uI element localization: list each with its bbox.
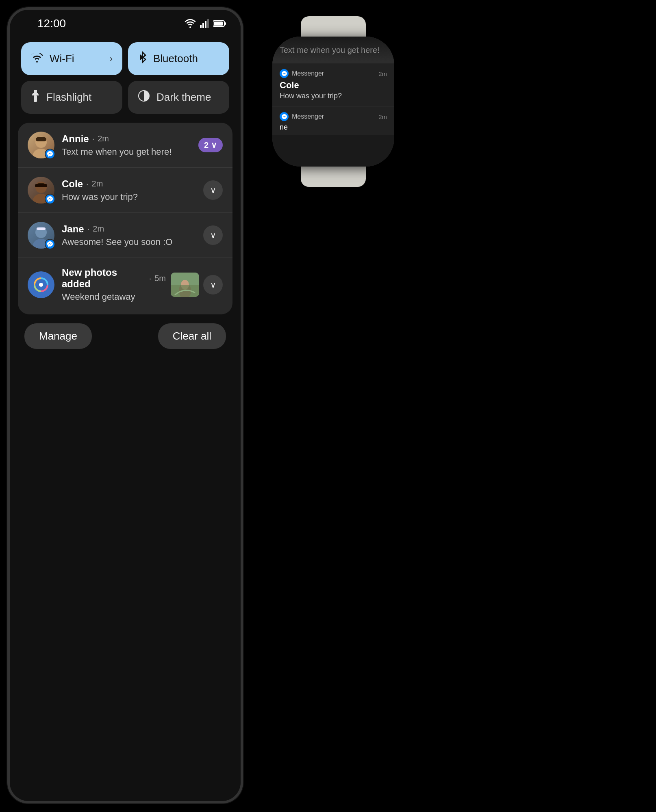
clear-all-button[interactable]: Clear all: [158, 323, 226, 349]
flashlight-tile-icon: [31, 90, 40, 105]
annie-notif-content: Annie · 2m Text me when you get here!: [62, 133, 193, 157]
bluetooth-tile-label: Bluetooth: [153, 52, 198, 65]
wifi-arrow-icon: ›: [110, 54, 113, 64]
cole-avatar-wrap: [28, 177, 54, 204]
annie-count: 2: [204, 141, 209, 150]
watch-notif-3: Messenger 2m ne: [272, 106, 394, 135]
cole-notif-content: Cole · 2m How was your trip?: [62, 178, 198, 202]
watch-notif-1-message: Text me when you get here!: [280, 45, 387, 56]
cole-message: How was your trip?: [62, 192, 198, 202]
svg-rect-6: [225, 22, 226, 25]
manage-button[interactable]: Manage: [24, 323, 92, 349]
flashlight-tile[interactable]: Flashlight: [21, 81, 122, 114]
svg-rect-19: [37, 227, 46, 230]
svg-rect-0: [200, 25, 202, 28]
quick-tiles: Wi-Fi › Bluetooth: [10, 34, 241, 119]
watch-messenger-icon-3: [280, 112, 289, 121]
svg-rect-1: [202, 23, 204, 28]
svg-rect-9: [34, 95, 37, 102]
jane-notif-header: Jane · 2m: [62, 223, 198, 235]
battery-icon: [213, 20, 226, 27]
bottom-buttons: Manage Clear all: [10, 314, 241, 357]
watch-notif-3-time: 2m: [378, 113, 387, 120]
photos-notif-content: New photos added · 5m Weekend getaway: [62, 267, 166, 302]
watch-fade-bottom: [272, 142, 394, 167]
wifi-tile-label: Wi-Fi: [50, 52, 74, 65]
wifi-tile[interactable]: Wi-Fi ›: [21, 42, 122, 75]
signal-icon: [200, 19, 209, 28]
status-icons: [185, 19, 226, 28]
camera-dot: [24, 20, 32, 27]
dark-theme-tile-icon: [138, 90, 150, 105]
wifi-tile-icon: [31, 52, 43, 65]
jane-name: Jane: [62, 223, 84, 235]
status-bar: 12:00: [10, 10, 241, 34]
status-time: 12:00: [37, 17, 66, 30]
svg-rect-13: [36, 137, 46, 141]
dark-theme-tile[interactable]: Dark theme: [128, 81, 229, 114]
photos-name: New photos added: [62, 267, 146, 290]
svg-rect-5: [214, 22, 223, 26]
notification-cole[interactable]: Cole · 2m How was your trip? ∨: [18, 168, 232, 213]
photos-thumbnail: [171, 273, 199, 297]
watch-notif-3-header: Messenger 2m: [280, 112, 387, 121]
annie-time: 2m: [98, 134, 109, 143]
svg-rect-2: [205, 21, 206, 28]
watch-notif-2-title: Cole: [280, 80, 387, 91]
wifi-status-icon: [185, 19, 196, 28]
phone: 12:00: [7, 7, 243, 803]
notification-annie[interactable]: Annie · 2m Text me when you get here! 2 …: [18, 123, 232, 168]
notification-photos[interactable]: New photos added · 5m Weekend getaway: [18, 258, 232, 311]
watch-screen: Text me when you get here! Messenger 2m …: [272, 37, 394, 167]
jane-time: 2m: [93, 224, 104, 234]
annie-avatar-wrap: [28, 132, 54, 158]
bluetooth-tile[interactable]: Bluetooth: [128, 42, 229, 75]
cole-time: 2m: [92, 179, 103, 188]
watch-notif-2-app: Messenger: [292, 70, 324, 77]
watch-notif-2: Messenger 2m Cole How was your trip?: [272, 63, 394, 106]
annie-name: Annie: [62, 133, 89, 145]
annie-notif-header: Annie · 2m: [62, 133, 193, 145]
annie-action: 2 ∨: [198, 138, 223, 152]
watch: Text me when you get here! Messenger 2m …: [268, 16, 398, 187]
svg-rect-7: [34, 90, 37, 93]
jane-message: Awesome! See you soon :O: [62, 237, 198, 247]
jane-expand-button[interactable]: ∨: [203, 225, 223, 245]
annie-count-badge[interactable]: 2 ∨: [198, 138, 223, 152]
cole-messenger-badge: [45, 194, 55, 204]
cole-name: Cole: [62, 178, 83, 190]
photos-expand-button[interactable]: ∨: [203, 275, 223, 294]
photos-message: Weekend getaway: [62, 292, 166, 302]
watch-notif-2-header: Messenger 2m: [280, 69, 387, 78]
svg-rect-16: [35, 184, 47, 187]
svg-point-21: [39, 283, 43, 287]
photos-time: 5m: [154, 274, 166, 283]
watch-body: Text me when you get here! Messenger 2m …: [272, 37, 394, 167]
jane-avatar-wrap: [28, 222, 54, 249]
annie-message: Text me when you get here!: [62, 147, 193, 157]
dark-theme-tile-label: Dark theme: [156, 91, 211, 104]
watch-notif-2-message: How was your trip?: [280, 92, 387, 100]
cole-notif-header: Cole · 2m: [62, 178, 198, 190]
annie-chevron-icon: ∨: [211, 140, 217, 150]
notification-jane[interactable]: Jane · 2m Awesome! See you soon :O ∨: [18, 213, 232, 258]
photos-notif-header: New photos added · 5m: [62, 267, 166, 290]
bluetooth-tile-icon: [138, 51, 147, 66]
annie-messenger-badge: [45, 149, 55, 159]
jane-notif-content: Jane · 2m Awesome! See you soon :O: [62, 223, 198, 247]
watch-notif-1: Text me when you get here!: [272, 37, 394, 63]
svg-rect-3: [207, 19, 209, 28]
watch-notif-2-time: 2m: [378, 70, 387, 77]
watch-notif-3-partial: ne: [280, 123, 387, 132]
cole-action: ∨: [203, 180, 223, 200]
photos-icon-wrap: [28, 271, 54, 298]
jane-action: ∨: [203, 225, 223, 245]
cole-expand-button[interactable]: ∨: [203, 180, 223, 200]
svg-marker-8: [32, 93, 39, 95]
watch-messenger-icon-2: [280, 69, 289, 78]
flashlight-tile-label: Flashlight: [46, 91, 91, 104]
photos-action: ∨: [171, 273, 223, 297]
notifications-area: Annie · 2m Text me when you get here! 2 …: [18, 123, 232, 314]
jane-messenger-badge: [45, 239, 55, 249]
watch-notif-3-app: Messenger: [292, 113, 324, 120]
